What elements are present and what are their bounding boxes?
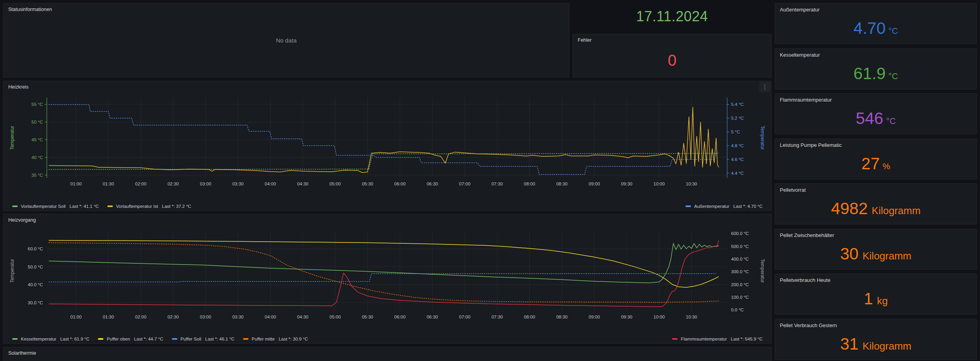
y-tick-label-left: 35 °C (31, 173, 43, 178)
series-marker (107, 205, 113, 207)
x-tick-label: 07:00 (459, 315, 470, 319)
heizvorgang-time-series-chart[interactable]: 01:0001:3002:0002:3003:0003:3004:0004:30… (4, 225, 771, 327)
x-tick-label: 10:30 (686, 315, 697, 319)
y-tick-label-right: 300.0 °C (731, 269, 749, 274)
legend-item-vorlauf-soll[interactable]: Vorlauftemperatur Soll Last *: 41.1 °C (12, 204, 99, 209)
x-tick-label: 06:00 (394, 315, 406, 319)
y-tick-label-right: 0.0 °C (731, 307, 744, 312)
x-tick-label: 08:00 (524, 181, 535, 186)
x-tick-label: 02:00 (135, 181, 147, 186)
y-tick-label-left: 30.0 °C (28, 300, 43, 305)
series-marker (243, 338, 249, 340)
heizvorgang-legend: Kesseltemperatur Last *: 61.9 °C Puffer … (4, 337, 771, 341)
x-tick-label: 08:00 (524, 315, 535, 319)
y-tick-label-left: 50.0 °C (28, 265, 43, 269)
x-tick-label: 03:00 (200, 181, 211, 186)
y-tick-label-left: 55 °C (31, 102, 43, 107)
stat-value-wrap: 546°C (775, 105, 976, 132)
legend-last-value: Last *: 61.9 °C (60, 337, 89, 341)
stat-value: 31 (840, 335, 859, 354)
stat-title[interactable]: Flammraumtemperatur (775, 94, 976, 103)
stat-title[interactable]: Pelletverbrauch Heute (775, 274, 976, 283)
stat-value: 1 (864, 289, 873, 308)
panel-pellet-zwischenbehaelter-stat: Pellet Zwischenbehälter 30Kilogramm (775, 229, 977, 270)
x-tick-label: 06:30 (427, 315, 438, 319)
y-tick-label-right: 4.6 °C (731, 157, 744, 162)
x-tick-label: 01:00 (70, 315, 82, 319)
legend-last-value: Last *: 37.2 °C (162, 204, 191, 209)
legend-last-value: Last *: 41.1 °C (70, 204, 99, 209)
x-tick-label: 09:30 (621, 181, 632, 186)
x-tick-label: 04:00 (265, 315, 276, 319)
series-line (49, 274, 716, 282)
stat-value: 546 (856, 109, 883, 128)
stat-title[interactable]: Außentemperatur (775, 4, 976, 13)
legend-last-value: Last *: 30.9 °C (279, 337, 308, 341)
x-tick-label: 06:30 (427, 181, 438, 186)
y-tick-label-left: 40.0 °C (28, 282, 43, 287)
x-tick-label: 08:30 (556, 315, 567, 319)
panel-title-heizvorgang[interactable]: Heizvorgang (4, 214, 771, 223)
panel-heizvorgang: Heizvorgang 01:0001:3002:0002:3003:0003:… (3, 214, 772, 344)
legend-item-puffer-mitte[interactable]: Puffer mitte Last *: 30.9 °C (243, 337, 308, 341)
series-line (49, 243, 719, 283)
panel-aussentemperatur-stat: Außentemperatur 4.70°C (775, 3, 977, 44)
legend-item-vorlauf-ist[interactable]: Vorlauftemperatur Ist Last *: 37.2 °C (107, 204, 191, 209)
left-axis-title: Temperatur (9, 126, 15, 150)
y-tick-label-right: 100.0 °C (731, 295, 749, 300)
x-tick-label: 03:00 (200, 315, 211, 319)
x-tick-label: 10:00 (654, 181, 665, 186)
panel-solarthermie: Solarthermie (3, 347, 772, 361)
panel-kesseltemperatur-stat: Kesseltemperatur 61.9°C (775, 48, 977, 89)
stat-value: 30 (840, 244, 859, 263)
panel-title-fehler[interactable]: Fehler (573, 34, 771, 43)
stat-title[interactable]: Pellet Verbrauch Gestern (775, 319, 976, 328)
panel-statusinformationen: Statusinformationen No data (3, 3, 569, 78)
panel-menu-icon[interactable]: ⋮ (759, 82, 770, 92)
stat-unit: kg (877, 295, 888, 307)
no-data-message: No data (4, 4, 569, 77)
panel-title-heizkreis[interactable]: Heizkreis (4, 81, 771, 90)
legend-label: Puffer mitte (252, 337, 275, 341)
y-tick-label-left: 60.0 °C (28, 246, 43, 251)
legend-label: Kesseltemperatur (21, 337, 56, 341)
heizkreis-time-series-chart[interactable]: 01:0001:3002:0002:3003:0003:3004:0004:30… (4, 92, 771, 194)
right-axis-title: Temperatur (760, 259, 765, 283)
series-marker (98, 338, 103, 340)
x-tick-label: 10:30 (686, 181, 697, 186)
right-axis-title: Temperatur (760, 126, 765, 150)
stat-unit: °C (886, 116, 896, 126)
legend-label: Vorlauftemperatur Ist (116, 204, 158, 209)
legend-item-aussentemperatur[interactable]: Außentemperatur Last *: 4.70 °C (685, 204, 763, 209)
series-marker (672, 338, 678, 340)
x-tick-label: 05:30 (362, 315, 373, 319)
legend-label: Außentemperatur (694, 204, 729, 209)
legend-item-puffer-soll[interactable]: Puffer Soll Last *: 46.1 °C (172, 337, 234, 341)
x-tick-label: 07:30 (492, 181, 503, 186)
legend-label: Puffer oben (107, 337, 130, 341)
stat-title[interactable]: Kesseltemperatur (775, 49, 976, 58)
legend-item-puffer-oben[interactable]: Puffer oben Last *: 44.7 °C (98, 337, 163, 341)
panel-title-solarthermie[interactable]: Solarthermie (4, 347, 771, 356)
stat-title[interactable]: Pellet Zwischenbehälter (775, 229, 976, 238)
stat-unit: % (882, 161, 890, 172)
x-tick-label: 01:00 (70, 181, 82, 186)
x-tick-label: 02:00 (135, 315, 147, 319)
x-tick-label: 04:30 (297, 181, 308, 186)
x-tick-label: 06:00 (394, 181, 406, 186)
stat-value-wrap: 4982Kilogramm (775, 195, 976, 222)
stat-value: 61.9 (853, 64, 886, 83)
legend-item-kesseltemperatur[interactable]: Kesseltemperatur Last *: 61.9 °C (12, 337, 89, 341)
stat-unit: Kilogramm (872, 205, 921, 217)
legend-last-value: Last *: 545.9 °C (731, 337, 763, 341)
y-tick-label-right: 5.4 °C (731, 102, 744, 107)
legend-item-flammraumtemperatur[interactable]: Flammraumtemperatur Last *: 545.9 °C (672, 337, 763, 341)
stat-title[interactable]: Leistung Pumpe Pellematic (775, 139, 976, 148)
x-tick-label: 08:30 (556, 181, 567, 186)
stat-title[interactable]: Pelletvorrat (775, 184, 976, 193)
grafana-dashboard: { "panels": { "status": { "title": "Stat… (0, 0, 980, 361)
x-tick-label: 02:30 (168, 315, 179, 319)
legend-last-value: Last *: 4.70 °C (733, 204, 763, 209)
series-line (49, 104, 719, 174)
panel-flammraumtemperatur-stat: Flammraumtemperatur 546°C (775, 93, 977, 134)
